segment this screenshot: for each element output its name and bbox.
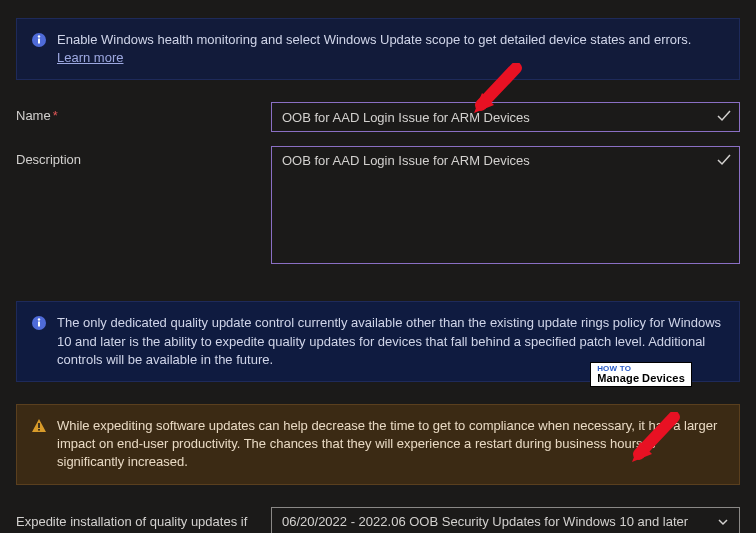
description-row: Description OOB for AAD Login Issue for … xyxy=(16,146,740,267)
learn-more-link[interactable]: Learn more xyxy=(57,50,123,65)
description-input[interactable]: OOB for AAD Login Issue for ARM Devices xyxy=(271,146,740,264)
name-row: Name* xyxy=(16,102,740,132)
required-asterisk: * xyxy=(53,108,58,123)
description-label-col: Description xyxy=(16,146,271,167)
watermark-sub: Devices xyxy=(642,372,685,384)
name-label-col: Name* xyxy=(16,102,271,123)
expedite-label-col: Expedite installation of quality updates… xyxy=(16,507,271,534)
description-label: Description xyxy=(16,152,81,167)
svg-rect-5 xyxy=(38,322,40,327)
warning-bar-expedite: While expediting software updates can he… xyxy=(16,404,740,485)
svg-rect-2 xyxy=(38,39,40,44)
name-input[interactable] xyxy=(271,102,740,132)
svg-rect-6 xyxy=(38,423,40,428)
expedite-label: Expedite installation of quality updates… xyxy=(16,514,247,534)
svg-rect-7 xyxy=(38,429,40,431)
check-icon xyxy=(716,108,732,124)
warning-text: While expediting software updates can he… xyxy=(57,417,725,472)
info-message: The only dedicated quality update contro… xyxy=(57,315,721,366)
info-icon xyxy=(31,32,47,48)
watermark-badge: HOW TO Manage Devices xyxy=(590,362,692,387)
warning-icon xyxy=(31,418,47,434)
warning-message: While expediting software updates can he… xyxy=(57,418,717,469)
svg-point-1 xyxy=(38,35,40,37)
chevron-down-icon xyxy=(717,516,729,528)
check-icon xyxy=(716,152,732,168)
expedite-selected: 06/20/2022 - 2022.06 OOB Security Update… xyxy=(282,514,688,529)
info-text: Enable Windows health monitoring and sel… xyxy=(57,31,725,67)
watermark-main: Manage xyxy=(597,372,639,384)
expedite-row: Expedite installation of quality updates… xyxy=(16,507,740,534)
name-label: Name xyxy=(16,108,51,123)
info-text: The only dedicated quality update contro… xyxy=(57,314,725,369)
expedite-dropdown[interactable]: 06/20/2022 - 2022.06 OOB Security Update… xyxy=(271,507,740,534)
info-bar-health-monitoring: Enable Windows health monitoring and sel… xyxy=(16,18,740,80)
info-message: Enable Windows health monitoring and sel… xyxy=(57,32,691,47)
svg-point-4 xyxy=(38,319,40,321)
info-icon xyxy=(31,315,47,331)
